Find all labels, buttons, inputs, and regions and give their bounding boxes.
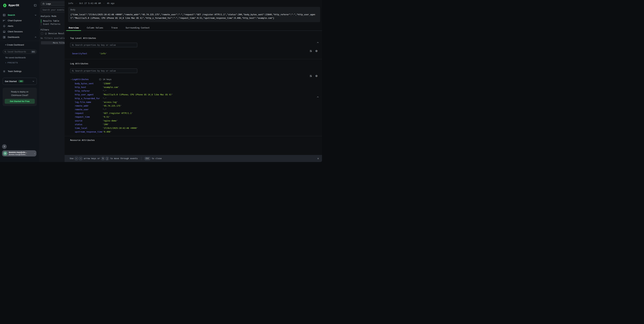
chevron-up-icon[interactable] bbox=[316, 41, 319, 44]
no-saved-dashboards-text: No saved dashboards bbox=[5, 56, 40, 59]
attribute-key[interactable]: time_local bbox=[75, 127, 103, 129]
k-key[interactable]: k bbox=[101, 157, 104, 160]
attribute-key[interactable]: status bbox=[75, 123, 103, 126]
close-icon[interactable]: × bbox=[317, 157, 319, 160]
source-select-value: Logs bbox=[46, 2, 51, 5]
attribute-key[interactable]: log.file.name bbox=[75, 101, 103, 103]
attribute-row: http_hostexample.com bbox=[75, 85, 322, 89]
arrow-left-key[interactable]: ← bbox=[75, 157, 78, 160]
log-attributes-tree-node[interactable]: ▾ LogAttributes {} 14 keys bbox=[71, 78, 322, 81]
attribute-row: log.file.nameaccess.log bbox=[75, 100, 322, 104]
create-dashboard-button[interactable]: + Create Dashboard bbox=[0, 42, 40, 48]
attribute-value[interactable]: - bbox=[103, 97, 106, 100]
denoise-checkbox[interactable] bbox=[41, 32, 43, 35]
search-icon bbox=[4, 51, 6, 53]
sidebar-item-team-settings[interactable]: Team Settings bbox=[0, 68, 40, 74]
attribute-key[interactable]: upstream_response_time bbox=[75, 131, 103, 133]
attribute-key[interactable]: request bbox=[75, 112, 103, 114]
log-attributes-search-input[interactable] bbox=[75, 70, 136, 72]
event-timestamp: Oct 27 5:42:48 AM bbox=[79, 2, 101, 4]
attribute-key[interactable]: body_bytes_sent bbox=[75, 82, 103, 85]
attribute-value[interactable]: example.com bbox=[103, 86, 119, 88]
attribute-key[interactable]: http_user_agent bbox=[75, 93, 103, 96]
top-level-attributes-title: Top Level Attributes bbox=[70, 37, 322, 39]
sidebar-item-alerts[interactable]: Alerts bbox=[0, 23, 40, 29]
top-level-search-input[interactable] bbox=[75, 44, 136, 46]
user-email: dominic.tran@clickho... bbox=[9, 154, 34, 156]
hyperdx-app: HyperDX Search Chart Explorer bbox=[0, 0, 322, 162]
tab-column-values[interactable]: Column Values bbox=[84, 25, 106, 30]
hint-move-through-events: to move through events bbox=[110, 157, 138, 160]
denoise-label: Denoise Results bbox=[48, 32, 67, 35]
j-key[interactable]: j bbox=[106, 157, 109, 160]
sidebar-nav: Search Chart Explorer Alerts bbox=[0, 12, 40, 40]
get-started-free-button[interactable]: Get Started for Free bbox=[5, 99, 35, 104]
event-header: info · Oct 27 5:42:48 AM · 4h ago bbox=[64, 0, 322, 4]
sidebar-item-search[interactable]: Search bbox=[0, 12, 40, 18]
team-settings-row: Team Settings bbox=[0, 68, 40, 74]
attribute-value[interactable]: nginx-demo bbox=[103, 120, 118, 122]
gear-icon[interactable]: ⚙ bbox=[315, 50, 318, 52]
attribute-value[interactable]: Mozilla/5.0 (iPhone; CPU iPhone OS 14_6 … bbox=[103, 93, 173, 96]
tab-trace[interactable]: Trace bbox=[109, 25, 120, 30]
user-account-card[interactable]: D dominic.tran@clic... dominic.tran@clic… bbox=[2, 150, 36, 157]
attribute-key[interactable]: remote_user bbox=[75, 108, 103, 111]
gear-icon bbox=[3, 70, 6, 73]
attribute-value[interactable]: GET /register HTTP/1.1 bbox=[103, 112, 133, 114]
gear-icon[interactable]: ⚙ bbox=[315, 75, 318, 77]
tab-surrounding-context[interactable]: Surrounding Context bbox=[123, 25, 152, 30]
esc-key[interactable]: ESC bbox=[145, 157, 150, 160]
attribute-row: remote_user- bbox=[75, 108, 322, 111]
tree-expand-arrow-icon[interactable]: ▾ bbox=[71, 79, 72, 80]
user-texts: dominic.tran@clic... dominic.tran@clickh… bbox=[9, 151, 34, 156]
attribute-value[interactable]: access.log bbox=[103, 101, 118, 103]
search-icon bbox=[72, 70, 74, 72]
attribute-value[interactable]: 23840 bbox=[103, 82, 112, 85]
get-started-toggle[interactable]: Get Started 3/3 bbox=[3, 78, 37, 85]
search-nav-icon bbox=[3, 13, 6, 16]
attribute-value[interactable]: info bbox=[99, 52, 107, 55]
attribute-key[interactable]: http_host bbox=[75, 86, 103, 88]
attribute-row: upstream_response_time0.408 bbox=[75, 130, 322, 134]
sidebar-item-chart-explorer[interactable]: Chart Explorer bbox=[0, 18, 40, 23]
attribute-value[interactable]: 27/Oct/2025:10:42:48 +0000 bbox=[103, 127, 138, 129]
log-detail-panel: info · Oct 27 5:42:48 AM · 4h ago Body {… bbox=[64, 0, 322, 162]
sidebar-item-client-sessions[interactable]: Client Sessions bbox=[0, 29, 40, 34]
tab-overview[interactable]: Overview bbox=[66, 25, 81, 30]
chevron-up-icon[interactable] bbox=[316, 96, 319, 98]
separator-dot: · bbox=[76, 2, 77, 4]
attribute-key[interactable]: http_referer bbox=[75, 90, 103, 92]
attribute-key[interactable]: source bbox=[75, 120, 103, 122]
wrap-lines-icon[interactable] bbox=[310, 75, 312, 77]
attribute-value[interactable]: - bbox=[103, 108, 106, 111]
arrow-right-key[interactable]: → bbox=[79, 157, 82, 160]
attribute-value[interactable]: 0.408 bbox=[103, 131, 112, 133]
log-attributes-title: Log Attributes bbox=[70, 62, 322, 65]
bell-icon bbox=[3, 25, 6, 28]
attribute-value[interactable]: 45.74.225.175 bbox=[103, 105, 122, 107]
laptop-icon bbox=[3, 30, 6, 33]
sidebar-item-dashboards[interactable]: Dashboards bbox=[0, 34, 40, 40]
help-button[interactable]: ? bbox=[2, 144, 7, 149]
log-attributes-property-search[interactable] bbox=[70, 68, 137, 73]
attribute-row: SeverityText info bbox=[72, 52, 322, 55]
sidebar-item-label: Chart Explorer bbox=[8, 19, 37, 22]
attribute-key[interactable]: SeverityText bbox=[72, 52, 99, 55]
top-level-property-search[interactable] bbox=[70, 43, 137, 47]
wrap-lines-icon[interactable] bbox=[310, 50, 312, 52]
logs-source-icon bbox=[42, 3, 45, 5]
saved-dashboards-input[interactable] bbox=[8, 51, 31, 53]
chart-icon bbox=[3, 19, 6, 22]
attribute-key[interactable]: http_x_forwarded_for bbox=[75, 97, 103, 100]
attribute-value[interactable]: 0.51 bbox=[103, 116, 110, 118]
presets-toggle[interactable]: › PRESETS bbox=[5, 61, 40, 64]
saved-dashboards-search[interactable]: ⌘K bbox=[3, 50, 37, 54]
attribute-key[interactable]: remote_addr bbox=[75, 105, 103, 107]
sidebar-divider bbox=[0, 41, 40, 41]
collapse-sidebar-icon[interactable] bbox=[34, 4, 37, 7]
attribute-value[interactable]: - bbox=[103, 90, 106, 92]
overview-content: Top Level Attributes ⚙ SeverityText in bbox=[64, 37, 322, 141]
attribute-key[interactable]: request_time bbox=[75, 116, 103, 118]
sidebar-item-label: Team Settings bbox=[8, 70, 37, 73]
attribute-value[interactable]: 200 bbox=[103, 123, 109, 126]
